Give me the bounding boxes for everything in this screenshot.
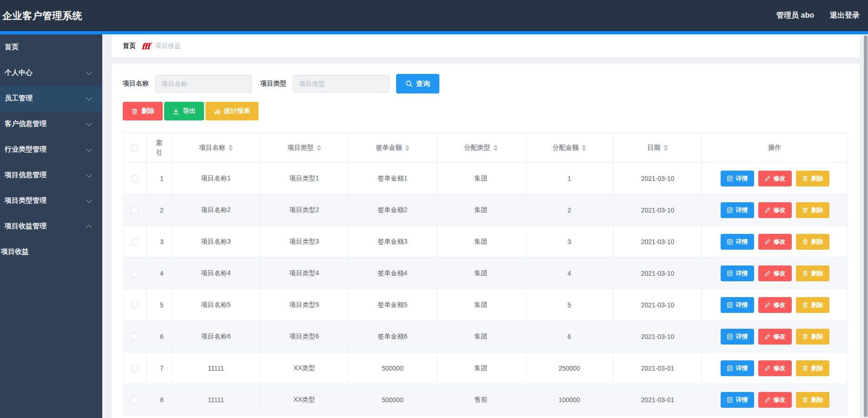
detail-button[interactable]: 详情 — [721, 234, 754, 250]
sort-descending-icon[interactable] — [405, 148, 410, 151]
detail-button[interactable]: 详情 — [721, 329, 754, 345]
detail-button[interactable]: 详情 — [721, 360, 754, 376]
sort-carets-icon[interactable] — [228, 145, 233, 151]
sort-carets-icon[interactable] — [405, 145, 410, 151]
body-row: 首页个人中心员工管理客户信息管理行业类型管理项目信息管理项目类型管理项目收益管理… — [0, 34, 868, 418]
del-button-label: 删除 — [811, 396, 823, 404]
del-button[interactable]: 删除 — [796, 297, 829, 313]
sort-ascending-icon[interactable] — [663, 145, 668, 147]
sort-descending-icon[interactable] — [582, 148, 586, 151]
edit-button[interactable]: 修改 — [758, 329, 792, 345]
sort-ascending-icon[interactable] — [228, 145, 233, 147]
sort-descending-icon[interactable] — [317, 148, 321, 151]
cell-project_type: 项目类型3 — [260, 226, 349, 258]
detail-button[interactable]: 详情 — [721, 265, 754, 281]
sidebar-item[interactable]: 项目收益 — [0, 239, 102, 265]
column-header-label: 分配金额 — [553, 144, 579, 152]
row-checkbox[interactable] — [131, 302, 138, 309]
column-header-alloc_type[interactable]: 分配类型 — [437, 133, 525, 163]
sort-ascending-icon[interactable] — [493, 145, 498, 147]
edit-button[interactable]: 修改 — [758, 297, 792, 313]
row-checkbox-cell — [123, 321, 146, 352]
detail-button-label: 详情 — [736, 364, 748, 372]
cell-sign_amount: 签单金额6 — [349, 321, 437, 352]
search-button[interactable]: 查询 — [396, 74, 439, 93]
sidebar-item[interactable]: 个人中心 — [0, 60, 102, 86]
main-content: 首页 fff 项目收益 项目名称 项目类型 查询 — [102, 34, 863, 418]
row-checkbox[interactable] — [131, 175, 138, 182]
sort-descending-icon[interactable] — [663, 148, 668, 151]
detail-button[interactable]: 详情 — [721, 297, 754, 313]
sidebar-item[interactable]: 首页 — [0, 34, 102, 60]
row-checkbox[interactable] — [131, 397, 138, 404]
edit-button[interactable]: 修改 — [758, 265, 792, 281]
vertical-scrollbar[interactable] — [863, 34, 868, 418]
detail-button[interactable]: 详情 — [721, 171, 754, 186]
sidebar-item[interactable]: 项目类型管理 — [0, 188, 102, 213]
pencil-icon — [764, 239, 771, 245]
sidebar-item[interactable]: 行业类型管理 — [0, 137, 102, 162]
del-button[interactable]: 删除 — [796, 265, 829, 281]
edit-button[interactable]: 修改 — [758, 392, 792, 408]
del-button[interactable]: 删除 — [796, 392, 829, 408]
sort-carets-icon[interactable] — [493, 145, 498, 151]
del-button[interactable]: 删除 — [796, 360, 829, 376]
row-checkbox[interactable] — [131, 239, 138, 245]
sort-descending-icon[interactable] — [493, 148, 498, 151]
sort-ascending-icon[interactable] — [582, 145, 586, 147]
detail-button[interactable]: 详情 — [721, 392, 754, 408]
pencil-icon — [764, 302, 771, 308]
sidebar-item[interactable]: 客户信息管理 — [0, 111, 102, 137]
cell-alloc_type: 集团 — [437, 352, 525, 384]
select-all-checkbox[interactable] — [131, 145, 138, 152]
row-checkbox[interactable] — [131, 270, 138, 277]
cell-index: 8 — [146, 384, 172, 416]
del-button[interactable]: 删除 — [796, 171, 829, 186]
report-button[interactable]: 统计报表 — [205, 102, 258, 120]
edit-button[interactable]: 修改 — [758, 171, 792, 186]
batch-delete-button[interactable]: 删除 — [123, 102, 163, 120]
edit-button[interactable]: 修改 — [758, 360, 792, 376]
sidebar-item[interactable]: 项目收益管理 — [0, 213, 102, 239]
del-button[interactable]: 删除 — [796, 329, 829, 345]
pencil-icon — [764, 207, 771, 213]
cell-actions: 详情修改删除 — [702, 384, 848, 416]
breadcrumb-home-link[interactable]: 首页 — [123, 42, 136, 50]
sort-carets-icon[interactable] — [317, 145, 321, 151]
detail-button-label: 详情 — [736, 269, 748, 278]
sort-carets-icon[interactable] — [582, 145, 586, 151]
column-header-date[interactable]: 日期 — [614, 133, 702, 163]
sort-ascending-icon[interactable] — [317, 145, 321, 147]
column-header-inner: 分配类型 — [464, 144, 498, 152]
sort-descending-icon[interactable] — [228, 148, 233, 151]
sidebar-item[interactable]: 项目信息管理 — [0, 162, 102, 188]
sidebar-item[interactable]: 员工管理 — [0, 86, 102, 111]
project-type-input[interactable] — [293, 75, 390, 93]
sort-carets-icon[interactable] — [663, 145, 668, 151]
breadcrumb: 首页 fff 项目收益 — [112, 34, 860, 58]
edit-button[interactable]: 修改 — [758, 202, 792, 218]
logout-link[interactable]: 退出登录 — [830, 11, 860, 20]
del-button[interactable]: 删除 — [796, 234, 829, 250]
project-name-input[interactable] — [155, 75, 252, 93]
row-checkbox[interactable] — [131, 207, 138, 214]
column-header-project_name[interactable]: 项目名称 — [172, 133, 260, 163]
row-checkbox[interactable] — [131, 365, 138, 372]
export-button[interactable]: 导出 — [164, 102, 204, 120]
detail-button[interactable]: 详情 — [721, 202, 754, 218]
edit-button[interactable]: 修改 — [758, 234, 792, 250]
current-user-label[interactable]: 管理员 abo — [776, 11, 814, 20]
column-header-alloc_amount[interactable]: 分配金额 — [525, 133, 614, 163]
detail-button-label: 详情 — [736, 206, 748, 214]
row-checkbox[interactable] — [131, 333, 138, 340]
sort-ascending-icon[interactable] — [405, 145, 410, 147]
document-icon — [727, 175, 733, 182]
edit-button-label: 修改 — [774, 269, 786, 278]
column-header-sign_amount[interactable]: 签单金额 — [349, 133, 437, 163]
cell-actions: 详情修改删除 — [702, 194, 848, 226]
del-button[interactable]: 删除 — [796, 202, 829, 218]
cell-index: 3 — [146, 226, 172, 258]
edit-button-label: 修改 — [774, 174, 786, 183]
scrollbar-thumb[interactable] — [864, 35, 868, 417]
column-header-project_type[interactable]: 项目类型 — [260, 133, 349, 163]
